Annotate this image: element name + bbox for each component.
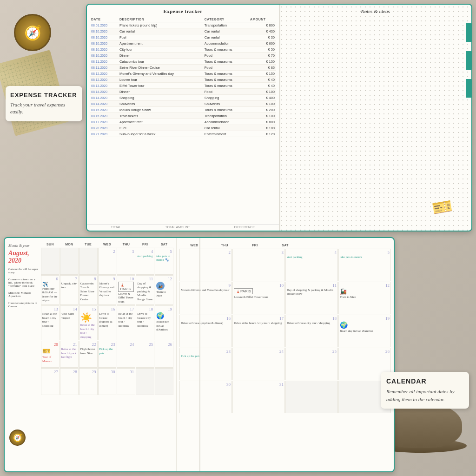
expense-tracker-notebook: Expense tracker DATE DESCRIPTION CATEGOR… bbox=[86, 4, 472, 231]
expense-amount: € 600 bbox=[249, 40, 276, 46]
calendar-day: 9Monet's Giverny and Versailles day tour bbox=[98, 275, 117, 305]
expense-description: Souvenirs bbox=[118, 101, 203, 107]
day-number-right: 9 bbox=[181, 283, 231, 288]
calendar-headers: SUN MON TUE WED THU FRI SAT bbox=[41, 242, 173, 247]
calendar-subtitle: Remember all important dates by adding t… bbox=[386, 388, 463, 403]
day-number: 8 bbox=[80, 277, 96, 281]
expense-description: Eiffel Tower tour bbox=[118, 83, 203, 89]
expense-date: 08.10.2020 bbox=[90, 28, 118, 34]
expense-row: 08.10.2020 Car rental Car rental € 430 bbox=[90, 28, 276, 34]
day-event: Unpack, city tour bbox=[61, 282, 77, 290]
calendar-day-right: 18Drive to Grasse city tour / shopping bbox=[285, 315, 338, 347]
expense-amount: € 40 bbox=[249, 77, 276, 83]
expense-row: 08.11.2020 Seine River Dinner Cruise Foo… bbox=[90, 65, 276, 71]
day-number: 13 bbox=[42, 307, 58, 311]
expense-date: 08.12.2020 bbox=[90, 77, 118, 83]
day-event-right: take pets to mom's bbox=[340, 255, 390, 259]
expense-row: 08.12.2020 Louvre tour Tours & museums €… bbox=[90, 77, 276, 83]
day-event: Relax at the beach / city tour / shoppin… bbox=[80, 323, 96, 339]
compass-decoration: 🧭 bbox=[14, 14, 51, 51]
day-thu-r: THU bbox=[210, 243, 239, 248]
calendar-day: 27 bbox=[41, 368, 60, 395]
day-event: Beach day in Cap d'Antibes bbox=[156, 320, 172, 331]
mini-compass: 🧭 bbox=[9, 430, 26, 446]
day-event: Flight home from Nice bbox=[80, 347, 96, 355]
expense-category: Food bbox=[203, 89, 249, 95]
calendar-day-right: 4start packing bbox=[285, 249, 338, 281]
expense-row: 08.14.2020 Souvenirs Souvenirs € 100 bbox=[90, 101, 276, 107]
day-event-right: Train to Nice bbox=[340, 295, 390, 299]
expense-description: Apartment rent bbox=[118, 40, 203, 46]
calendar-day: 20🎫Tour of Monaco bbox=[41, 341, 60, 368]
expense-row: 08.17.2020 Apartment rent Accommodation … bbox=[90, 119, 276, 125]
expense-category: Car rental bbox=[203, 28, 249, 34]
day-number-right: 12 bbox=[340, 283, 390, 288]
expense-category: Tours & museums bbox=[203, 83, 249, 89]
day-number: 25 bbox=[137, 342, 153, 347]
calendar-day-right: 12🚂Train to Nice bbox=[338, 282, 391, 314]
col-amount: AMOUNT bbox=[249, 17, 276, 22]
sidebar-note-4: Have to take pictures in Cannes bbox=[8, 301, 40, 308]
day-event: Relax at the beach / pack for flight bbox=[61, 347, 77, 359]
day-number-right: 3 bbox=[234, 250, 284, 255]
day-number-right: 5 bbox=[340, 250, 390, 255]
day-event: start packing bbox=[137, 254, 153, 258]
calendar-day-right: 23Pick up the pets bbox=[179, 348, 232, 380]
expense-category: Food bbox=[203, 53, 249, 59]
day-number-right: 23 bbox=[181, 349, 231, 354]
expense-description: Sun-lounger for a week bbox=[118, 131, 203, 137]
expense-date: 08.14.2020 bbox=[90, 95, 118, 101]
expense-date: 08.15.2020 bbox=[90, 107, 118, 113]
calendar-day: 8Catacombs Tour & Seine River Dinner Cru… bbox=[79, 275, 98, 305]
expense-row: 08.20.2020 Fuel Car rental € 100 bbox=[90, 125, 276, 131]
calendar-day-right bbox=[285, 381, 338, 413]
day-number: 5 bbox=[156, 249, 172, 254]
expense-row: 08.14.2020 Shopping Shopping € 400 bbox=[90, 95, 276, 101]
day-number: 19 bbox=[156, 307, 172, 311]
expense-category: Transportation bbox=[203, 22, 249, 28]
day-event-right: Day of shopping & packing & Moulin Rouge… bbox=[287, 288, 337, 296]
expense-amount: € 150 bbox=[249, 71, 276, 77]
day-sat-r: SAT bbox=[270, 243, 300, 248]
day-spacer3 bbox=[361, 243, 391, 248]
calendar-day: 16Drive to Grasse (explore & dinner) bbox=[98, 305, 117, 340]
expense-amount: € 430 bbox=[249, 28, 276, 34]
day-tue: TUE bbox=[79, 242, 98, 247]
calendar-day: 30 bbox=[98, 368, 117, 395]
expense-description: Monet's Giverny and Versailles day bbox=[118, 71, 203, 77]
col-category: CATEGORY bbox=[203, 17, 249, 22]
expense-amount: € 120 bbox=[249, 131, 276, 137]
day-number: 28 bbox=[61, 370, 77, 374]
expense-amount: € 30 bbox=[249, 34, 276, 40]
day-event: Day of shopping & packing & Moulin Rouge… bbox=[137, 282, 153, 301]
day-number: 18 bbox=[137, 307, 153, 311]
expense-category: Tours & museums bbox=[203, 46, 249, 53]
expense-date: 08.10.2020 bbox=[90, 40, 118, 46]
expense-date: 08.17.2020 bbox=[90, 119, 118, 125]
notes-page: Notes & ideas 🎫 bbox=[279, 5, 471, 231]
day-fri: FRI bbox=[136, 242, 154, 247]
calendar-day: 2 bbox=[98, 248, 117, 275]
calendar-day: 15☀️Relax at the beach / city tour / sho… bbox=[79, 305, 98, 340]
expense-amount: € 400 bbox=[249, 95, 276, 101]
day-number-right: 18 bbox=[287, 316, 337, 321]
expense-row: 08.01.2020 Plane tickets (round trip) Tr… bbox=[90, 22, 276, 28]
teal-tab-3 bbox=[466, 79, 472, 98]
day-wed-r: WED bbox=[179, 243, 209, 248]
day-event-right: Drive to Grasse city tour / shopping bbox=[287, 321, 337, 325]
expense-tracker-title: EXPENSE TRACKER bbox=[10, 92, 78, 99]
day-event: Flight day 8:00 AM — leave for the airpo… bbox=[42, 287, 58, 303]
expense-category: Shopping bbox=[203, 95, 249, 101]
expense-row: 08.10.2020 Dinner Food € 70 bbox=[90, 53, 276, 59]
expense-date: 08.11.2020 bbox=[90, 59, 118, 65]
expense-amount: € 50 bbox=[249, 46, 276, 53]
day-number-right: 16 bbox=[181, 316, 231, 321]
calendar-day: 22Flight home from Nice bbox=[79, 341, 98, 368]
calendar-day: 5take pets to mom's 🐾 bbox=[155, 248, 173, 275]
day-number-right: 11 bbox=[287, 283, 337, 288]
expense-amount: € 40 bbox=[249, 83, 276, 89]
day-number: 30 bbox=[99, 370, 115, 374]
expense-description: Apartment rent bbox=[118, 119, 203, 125]
day-number-right: 4 bbox=[287, 250, 337, 255]
calendar-day-right: 11Day of shopping & packing & Moulin Rou… bbox=[285, 282, 338, 314]
